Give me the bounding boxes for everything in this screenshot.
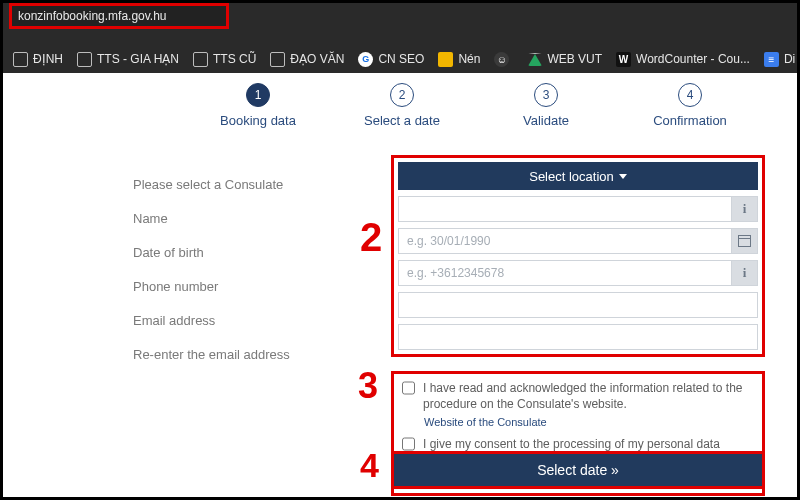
step-label: Select a date [364,113,440,128]
bookmark-item[interactable]: ĐỊNH [13,52,63,67]
step-label: Confirmation [653,113,727,128]
bookmark-label: WEB VUT [547,52,602,66]
step-2[interactable]: 2Select a date [347,83,457,128]
step-bubble: 4 [678,83,702,107]
folder-icon [270,52,285,67]
label-email: Email address [133,303,363,337]
docs-icon: ≡ [764,52,779,67]
label-email2: Re-enter the email address [133,337,363,371]
select-date-button[interactable]: Select date » [394,454,762,486]
label-dob: Date of birth [133,235,363,269]
consulate-website-link[interactable]: Website of the Consulate [424,416,754,428]
info-icon[interactable]: i [732,260,758,286]
label-phone: Phone number [133,269,363,303]
bookmark-item[interactable]: TTS - GIA HẠN [77,52,179,67]
bookmark-label: WordCounter - Cou... [636,52,750,66]
bookmark-label: CN SEO [378,52,424,66]
bookmark-item[interactable]: ☺ [494,52,514,67]
bookmark-label: TTS CŨ [213,52,256,66]
submit-highlight-box: Select date » [391,451,765,489]
address-bar-highlight: konzinfobooking.mfa.gov.hu [9,3,229,29]
bookmark-item[interactable]: GCN SEO [358,52,424,67]
step-4[interactable]: 4Confirmation [635,83,745,128]
bookmark-item[interactable]: Nén [438,52,480,67]
step-bubble: 2 [390,83,414,107]
field-labels: Please select a Consulate Name Date of b… [133,167,363,371]
label-name: Name [133,201,363,235]
email-input[interactable] [398,292,758,318]
drive-icon [528,53,542,66]
folder-icon [13,52,28,67]
bookmark-label: Nén [458,52,480,66]
step-3[interactable]: 3Validate [491,83,601,128]
step-1[interactable]: 1Booking data [203,83,313,128]
bookmark-item[interactable]: ĐẠO VĂN [270,52,344,67]
folder-icon [193,52,208,67]
fields-highlight-box: Select location i i [391,155,765,357]
email-confirm-input[interactable] [398,324,758,350]
address-bar[interactable]: konzinfobooking.mfa.gov.hu [18,9,167,23]
annotation-4: 4 [360,446,379,485]
annotation-2: 2 [360,215,382,260]
caret-down-icon [619,174,627,179]
wordcounter-icon: W [616,52,631,67]
calendar-icon[interactable] [732,228,758,254]
bookmark-label: Di [784,52,795,66]
step-label: Validate [523,113,569,128]
folder-icon [77,52,92,67]
annotation-3: 3 [358,365,378,407]
select-location-dropdown[interactable]: Select location [398,162,758,190]
browser-chrome: konzinfobooking.mfa.gov.hu ĐỊNH TTS - GI… [3,3,797,73]
booking-form: Please select a Consulate Name Date of b… [133,155,765,489]
bookmark-item[interactable]: WEB VUT [528,52,602,66]
step-label: Booking data [220,113,296,128]
progress-stepper: 1Booking data 2Select a date 3Validate 4… [203,83,745,143]
bookmark-label: ĐỊNH [33,52,63,66]
bookmark-item[interactable]: WWordCounter - Cou... [616,52,750,67]
app-icon [438,52,453,67]
checkbox-label: I have read and acknowledged the informa… [423,380,754,412]
bookmark-label: TTS - GIA HẠN [97,52,179,66]
app-icon: ☺ [494,52,509,67]
screenshot-frame: 1 konzinfobooking.mfa.gov.hu ĐỊNH TTS - … [0,0,800,500]
bookmark-item[interactable]: TTS CŨ [193,52,256,67]
bookmark-label: ĐẠO VĂN [290,52,344,66]
name-input[interactable] [398,196,732,222]
dob-input[interactable] [398,228,732,254]
google-icon: G [358,52,373,67]
label-consulate: Please select a Consulate [133,167,363,201]
step-bubble: 1 [246,83,270,107]
select-location-label: Select location [529,169,614,184]
phone-input[interactable] [398,260,732,286]
info-icon[interactable]: i [732,196,758,222]
consent-checkbox-1[interactable]: I have read and acknowledged the informa… [402,380,754,412]
page-content: 1Booking data 2Select a date 3Validate 4… [3,73,797,497]
step-bubble: 3 [534,83,558,107]
bookmarks-bar: ĐỊNH TTS - GIA HẠN TTS CŨ ĐẠO VĂN GCN SE… [3,45,797,73]
checkbox-input[interactable] [402,437,415,451]
checkbox-input[interactable] [402,381,415,395]
bookmark-item[interactable]: ≡Di [764,52,795,67]
